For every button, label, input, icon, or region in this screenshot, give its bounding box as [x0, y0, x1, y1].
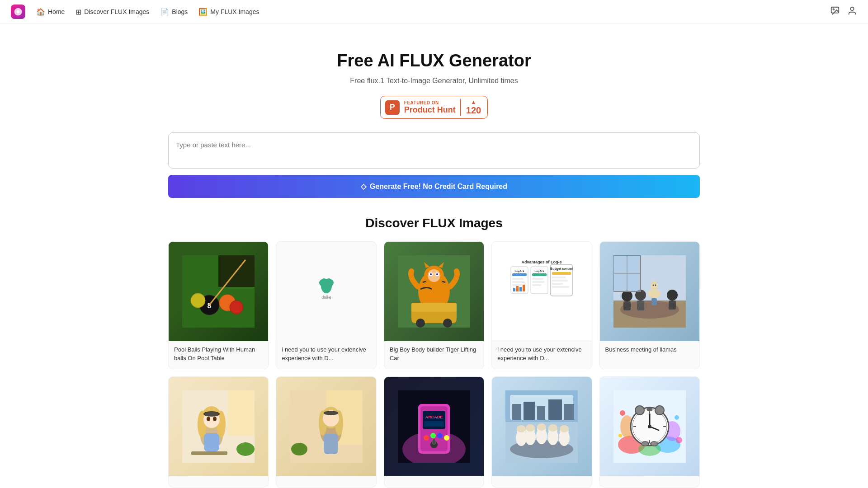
svg-point-55 — [622, 291, 632, 301]
grid-icon: ⊞ — [75, 8, 81, 16]
svg-rect-56 — [623, 301, 631, 310]
card-image-pool: 8 — [169, 242, 268, 341]
svg-rect-85 — [191, 451, 227, 455]
svg-rect-43 — [532, 281, 545, 283]
nav-myflux-label: My FLUX Images — [210, 8, 259, 15]
card-image-llama — [600, 242, 699, 341]
svg-rect-84 — [204, 433, 219, 451]
svg-rect-114 — [524, 402, 535, 420]
logo[interactable] — [11, 5, 25, 19]
svg-rect-116 — [548, 399, 562, 420]
gallery-card-arabic[interactable] — [491, 376, 592, 488]
blog-icon: 📄 — [160, 8, 169, 16]
card-image-clock — [600, 377, 699, 476]
svg-rect-47 — [552, 272, 571, 275]
svg-point-142 — [618, 434, 622, 437]
svg-rect-102 — [424, 421, 444, 427]
nav-discover-label: Discover FLUX Images — [84, 8, 149, 15]
ph-logo: P — [385, 100, 400, 115]
nav-home[interactable]: 🏠 Home — [36, 8, 65, 16]
svg-point-127 — [537, 423, 546, 431]
svg-rect-33 — [512, 281, 525, 283]
card-caption-pool: Pool Balls Playing With Human balls On P… — [169, 341, 268, 368]
nav-blogs-label: Blogs — [172, 8, 188, 15]
generate-button[interactable]: ◇ Generate Free! No Credit Card Required — [168, 175, 700, 198]
nav-blogs[interactable]: 📄 Blogs — [160, 8, 188, 16]
card-caption-dalle: i need you to use your extencive experie… — [276, 341, 376, 368]
gallery-card-dalle[interactable]: dall·e i need you to use your extencive … — [276, 241, 376, 369]
gallery-card-arcade[interactable]: ARCADE — [384, 376, 484, 488]
svg-point-1 — [833, 9, 834, 10]
svg-point-25 — [443, 319, 452, 328]
generate-icon: ◇ — [361, 182, 366, 191]
gallery-row1: 8 Pool Balls Playing With Human balls On… — [168, 241, 700, 369]
ph-name: Product Hunt — [404, 105, 456, 115]
gallery-card-anime1[interactable] — [168, 376, 269, 488]
svg-rect-66 — [651, 298, 657, 305]
generator-section: ◇ Generate Free! No Credit Card Required — [136, 132, 732, 198]
card-image-anime2 — [276, 377, 376, 476]
card-caption-clock — [600, 476, 699, 487]
card-caption-loge: i need you to use your extencive experie… — [492, 341, 591, 368]
gallery-card-anime2[interactable] — [276, 376, 376, 488]
nav-home-label: Home — [48, 8, 65, 15]
prompt-input[interactable] — [168, 132, 700, 169]
ph-text: FEATURED ON Product Hunt — [404, 100, 456, 115]
gallery-card-clock[interactable] — [599, 376, 700, 488]
svg-point-24 — [416, 319, 425, 328]
svg-rect-34 — [512, 284, 521, 286]
gallery-card-llama[interactable]: Business meeting of llamas — [599, 241, 700, 369]
myflux-icon: 🖼️ — [198, 8, 208, 16]
svg-point-121 — [517, 425, 526, 432]
nav-discover[interactable]: ⊞ Discover FLUX Images — [75, 8, 149, 16]
card-caption-arabic — [492, 476, 591, 487]
svg-rect-48 — [552, 277, 566, 278]
card-caption-anime2 — [276, 476, 376, 487]
card-caption-arcade — [384, 476, 484, 487]
svg-point-146 — [635, 406, 644, 415]
svg-rect-31 — [512, 273, 527, 276]
svg-point-16 — [428, 269, 440, 282]
gallery-title: Discover FLUX Images — [168, 216, 700, 230]
svg-point-64 — [652, 285, 654, 286]
generate-label: Generate Free! No Credit Card Required — [370, 183, 507, 191]
svg-point-22 — [436, 273, 438, 275]
gallery-card-pool-balls[interactable]: 8 Pool Balls Playing With Human balls On… — [168, 241, 269, 369]
svg-point-67 — [667, 290, 678, 300]
gallery-card-loge[interactable]: Advantages of Log-e LogArk LogArk — [491, 241, 592, 369]
nav-myflux[interactable]: 🖼️ My FLUX Images — [198, 8, 259, 16]
svg-rect-35 — [513, 288, 515, 291]
svg-rect-42 — [532, 278, 543, 280]
product-hunt-badge[interactable]: P FEATURED ON Product Hunt ▲ 120 — [380, 96, 488, 119]
svg-point-2 — [850, 7, 854, 10]
gallery-card-tiger[interactable]: Big Boy Body builder Tiger Lifting Car — [384, 241, 484, 369]
user-icon[interactable] — [847, 6, 857, 18]
svg-point-105 — [437, 433, 443, 438]
svg-point-21 — [430, 273, 432, 275]
nav-right — [830, 6, 857, 18]
svg-rect-44 — [532, 284, 541, 286]
svg-point-130 — [548, 424, 557, 432]
svg-rect-113 — [512, 404, 521, 420]
nav-left: 🏠 Home ⊞ Discover FLUX Images 📄 Blogs 🖼️… — [11, 5, 259, 19]
svg-point-104 — [430, 433, 436, 438]
svg-text:LogArk: LogArk — [535, 270, 545, 272]
svg-rect-36 — [516, 286, 519, 291]
svg-point-65 — [655, 285, 656, 286]
svg-point-141 — [675, 415, 679, 420]
logo-icon — [14, 7, 23, 16]
card-caption-anime1 — [169, 476, 268, 487]
svg-rect-51 — [552, 286, 569, 288]
svg-point-75 — [236, 442, 255, 456]
svg-point-94 — [324, 411, 338, 415]
svg-rect-41 — [532, 273, 547, 276]
card-caption-tiger: Big Boy Body builder Tiger Lifting Car — [384, 341, 484, 368]
ph-number: 120 — [466, 105, 481, 116]
card-image-loge: Advantages of Log-e LogArk LogArk — [492, 242, 591, 341]
image-search-icon[interactable] — [830, 6, 840, 18]
hero-subtitle: Free flux.1 Text-to-Image Generator, Unl… — [9, 77, 859, 85]
ph-featured-label: FEATURED ON — [404, 100, 439, 105]
card-image-arabic — [492, 377, 591, 476]
svg-rect-38 — [523, 285, 525, 291]
svg-point-140 — [620, 410, 625, 416]
